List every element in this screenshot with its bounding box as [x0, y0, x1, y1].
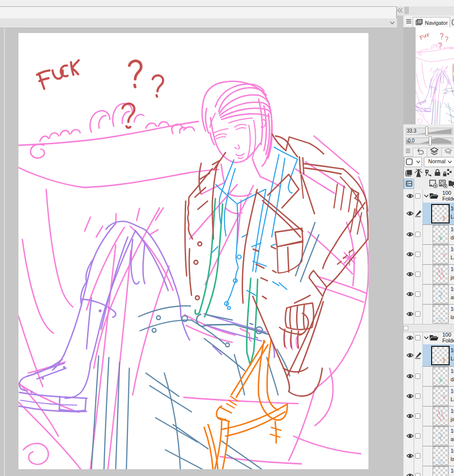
svg-text:2: 2: [449, 152, 451, 155]
